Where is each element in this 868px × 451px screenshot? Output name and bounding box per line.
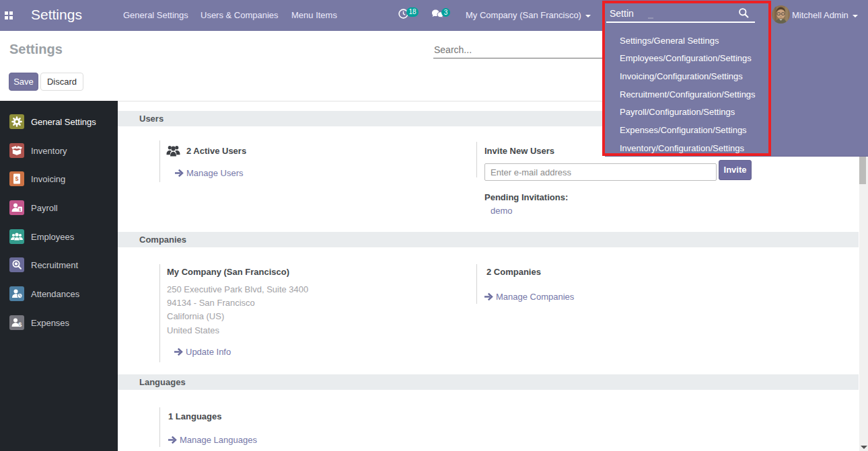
svg-text:$: $: [18, 321, 22, 328]
svg-text:$: $: [15, 175, 18, 182]
